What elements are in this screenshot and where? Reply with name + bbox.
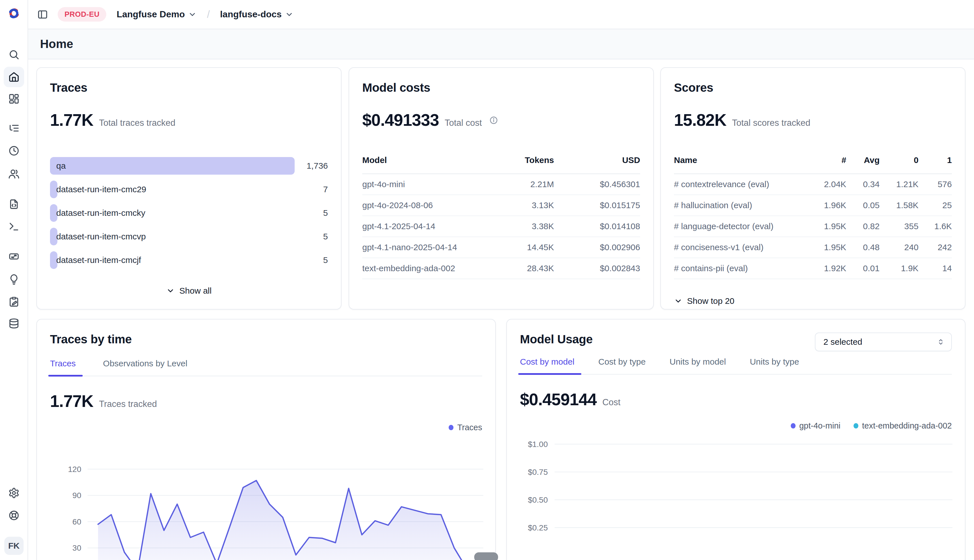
main-content: Traces 1.77K Total traces tracked qa1,73… — [28, 60, 974, 560]
show-all-button[interactable]: Show all — [50, 286, 328, 296]
card-title: Traces by time — [50, 333, 482, 346]
annotation-icon[interactable] — [8, 274, 20, 285]
score-row[interactable]: # contextrelevance (eval)2.04K0.341.21K5… — [674, 174, 952, 195]
table-cell: 0.05 — [846, 200, 879, 210]
table-cell: 0.34 — [846, 180, 879, 189]
model-cost-row[interactable]: gpt-4.1-2025-04-143.38K$0.014108 — [362, 216, 640, 237]
column-header: Avg — [846, 155, 879, 165]
user-avatar[interactable]: FK — [4, 537, 23, 555]
show-top-20-button[interactable]: Show top 20 — [674, 296, 735, 306]
experiments-icon[interactable] — [8, 296, 20, 308]
y-axis-tick-label: $0.50 — [528, 495, 548, 504]
score-row[interactable]: # language-detector (eval)1.95K0.823551.… — [674, 216, 952, 237]
settings-icon[interactable] — [8, 487, 20, 499]
score-row[interactable]: # contains-pii (eval)1.92K0.011.9K14 — [674, 258, 952, 279]
score-row[interactable]: # hallucination (eval)1.96K0.051.58K25 — [674, 195, 952, 216]
column-header: 1 — [919, 155, 952, 165]
table-cell: gpt-4o-2024-08-06 — [362, 200, 490, 210]
table-cell: 14 — [919, 263, 952, 273]
table-cell: # contextrelevance (eval) — [674, 180, 799, 189]
total-cost-label: Total cost — [444, 118, 482, 128]
tab-units-by-model[interactable]: Units by model — [670, 357, 726, 374]
table-cell: gpt-4.1-nano-2025-04-14 — [362, 243, 490, 252]
environment-badge[interactable]: PROD-EU — [58, 7, 106, 22]
trace-list-item[interactable]: dataset-run-item-cmc297 — [50, 181, 328, 198]
table-cell: 576 — [919, 180, 952, 189]
score-row[interactable]: # conciseness-v1 (eval)1.95K0.48240242 — [674, 237, 952, 258]
table-cell: 28.43K — [490, 263, 554, 273]
users-icon[interactable] — [8, 168, 20, 180]
traces-by-time-card: Traces by time Traces Observations by Le… — [37, 319, 496, 560]
model-cost-row[interactable]: text-embedding-ada-00228.43K$0.002843 — [362, 258, 640, 279]
tab-cost-by-type[interactable]: Cost by type — [598, 357, 646, 374]
page-header: Home — [28, 29, 974, 59]
tab-units-by-type[interactable]: Units by type — [750, 357, 799, 374]
table-cell: 0.01 — [846, 263, 879, 273]
chevron-down-icon — [166, 287, 175, 295]
trace-label: dataset-run-item-cmcvp — [56, 228, 146, 245]
model-costs-card: Model costs $0.491333 Total cost ModelTo… — [349, 67, 654, 310]
model-costs-table: ModelTokensUSDgpt-4o-mini2.21M$0.456301g… — [362, 155, 640, 279]
prompts-icon[interactable] — [8, 198, 20, 210]
evaluation-icon[interactable] — [8, 251, 20, 262]
sessions-icon[interactable] — [8, 145, 20, 157]
trace-list-item[interactable]: dataset-run-item-cmcvp5 — [50, 228, 328, 245]
table-cell: # language-detector (eval) — [674, 222, 799, 231]
tracing-icon[interactable] — [8, 123, 20, 134]
home-icon[interactable] — [4, 67, 24, 87]
traces-total-label: Total traces tracked — [99, 118, 175, 128]
y-axis-tick-label: $0.75 — [528, 468, 548, 477]
playground-icon[interactable] — [8, 221, 20, 232]
traces-card: Traces 1.77K Total traces tracked qa1,73… — [37, 67, 341, 310]
sidebar-toggle-icon[interactable] — [37, 9, 48, 20]
tab-cost-by-model[interactable]: Cost by model — [520, 357, 575, 374]
sidebar: FK — [0, 0, 28, 560]
datasets-icon[interactable] — [8, 318, 20, 329]
chevron-down-icon — [188, 10, 197, 19]
dashboards-icon[interactable] — [8, 93, 20, 105]
support-icon[interactable] — [8, 510, 20, 521]
trace-list-item[interactable]: qa1,736 — [50, 157, 328, 175]
legend-dot — [449, 425, 453, 430]
table-cell: # hallucination (eval) — [674, 200, 799, 210]
org-name: Langfuse Demo — [117, 9, 185, 20]
org-switcher[interactable]: Langfuse Demo — [117, 9, 197, 20]
model-cost-row[interactable]: gpt-4o-2024-08-063.13K$0.015175 — [362, 195, 640, 216]
trace-label: dataset-run-item-cmc29 — [56, 181, 146, 198]
langfuse-logo-icon[interactable] — [8, 7, 20, 19]
table-cell: text-embedding-ada-002 — [362, 263, 490, 273]
table-cell: 355 — [880, 222, 919, 231]
traces-tracked: 1.77K — [50, 392, 93, 411]
area-fill — [98, 480, 468, 560]
model-cost-row[interactable]: gpt-4.1-nano-2025-04-1414.45K$0.002906 — [362, 237, 640, 258]
tab-traces[interactable]: Traces — [50, 359, 76, 376]
traces-total: 1.77K — [50, 110, 93, 130]
info-icon[interactable] — [489, 116, 498, 125]
horizontal-scrollbar-thumb[interactable] — [474, 552, 498, 560]
table-cell: 2.04K — [799, 180, 846, 189]
model-select-dropdown[interactable]: 2 selected — [815, 333, 952, 351]
trace-count: 1,736 — [307, 157, 328, 175]
trace-count: 5 — [323, 204, 328, 222]
table-cell: 0.48 — [846, 243, 879, 252]
table-cell: 1.95K — [799, 222, 846, 231]
table-cell: 0.82 — [846, 222, 879, 231]
table-cell: 25 — [919, 200, 952, 210]
chart-legend: Traces — [50, 423, 482, 432]
table-cell: # conciseness-v1 (eval) — [674, 243, 799, 252]
table-cell: 14.45K — [490, 243, 554, 252]
y-axis-tick-label: $1.00 — [528, 440, 548, 449]
trace-list-item[interactable]: dataset-run-item-cmcky5 — [50, 204, 328, 222]
table-header-row: Name#Avg01 — [674, 155, 952, 174]
card-title: Scores — [674, 81, 952, 95]
table-cell: 242 — [919, 243, 952, 252]
scores-table: Name#Avg01# contextrelevance (eval)2.04K… — [674, 155, 952, 279]
trace-list-item[interactable]: dataset-run-item-cmcjf5 — [50, 251, 328, 269]
tab-observations-by-level[interactable]: Observations by Level — [103, 359, 187, 376]
table-cell: 3.13K — [490, 200, 554, 210]
table-cell: 1.6K — [919, 222, 952, 231]
search-icon[interactable] — [8, 49, 20, 60]
table-cell: $0.002843 — [554, 263, 640, 273]
project-switcher[interactable]: langfuse-docs — [220, 9, 294, 20]
model-cost-row[interactable]: gpt-4o-mini2.21M$0.456301 — [362, 174, 640, 195]
